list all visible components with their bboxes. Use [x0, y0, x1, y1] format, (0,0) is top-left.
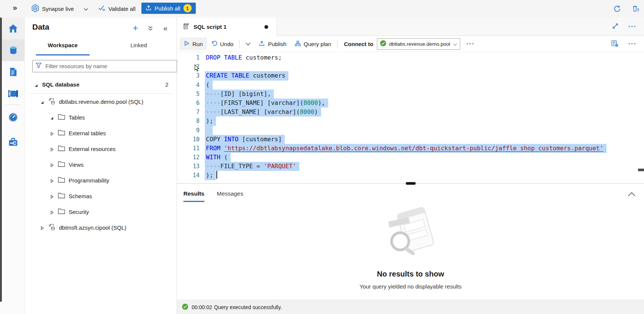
refresh-icon[interactable] — [612, 4, 622, 13]
tab-linked[interactable]: Linked — [101, 38, 177, 55]
code-line-6[interactable]: 6····[FIRST_NAME] [varchar](8000), — [177, 99, 644, 108]
manage-nav-icon[interactable] — [2, 130, 24, 154]
unsaved-changes-dot — [264, 25, 268, 29]
code-line-content: ····[LAST_NAME] [varchar](8000) — [205, 108, 321, 117]
folder-icon — [58, 113, 69, 122]
discard-all-icon[interactable] — [631, 4, 641, 13]
publish-button[interactable]: Publish — [255, 37, 290, 50]
code-line-content — [205, 126, 213, 135]
collapsed-twisty-icon[interactable] — [50, 147, 54, 151]
tree-node-label: Views — [69, 161, 84, 168]
run-options-dropdown[interactable] — [242, 37, 255, 50]
collapse-results-icon[interactable] — [627, 189, 636, 199]
properties-icon[interactable] — [611, 40, 618, 48]
resource-tree: SQL database 2 dbtlabs.revenue.demo.pool… — [25, 76, 177, 235]
code-line-12[interactable]: 12WITH ( — [177, 153, 644, 162]
filter-input[interactable] — [45, 63, 174, 70]
tab-workspace[interactable]: Workspace — [25, 38, 101, 55]
data-nav-icon[interactable] — [2, 39, 24, 61]
code-line-5[interactable]: 5····[ID] [bigint], — [177, 90, 644, 99]
folder-icon — [58, 160, 69, 169]
synapse-live-icon — [32, 4, 39, 13]
tree-node-tables[interactable]: Tables — [25, 109, 177, 125]
expand-editor-icon[interactable] — [612, 23, 618, 31]
expand-menu-icon[interactable]: » — [13, 3, 17, 12]
collapsed-twisty-icon[interactable] — [50, 194, 54, 198]
toolbar-more-actions-icon[interactable]: ··· — [466, 42, 474, 46]
tree-node-views[interactable]: Views — [25, 157, 177, 172]
top-command-bar: » Synapse live Validate all Publish all … — [0, 0, 644, 18]
publish-label: Publish — [268, 41, 286, 47]
query-plan-label: Query plan — [304, 41, 331, 47]
code-line-7[interactable]: 7····[LAST_NAME] [varchar](8000) — [177, 108, 644, 117]
pane-splitter-handle[interactable] — [406, 182, 416, 185]
tab-messages[interactable]: Messages — [217, 184, 243, 204]
expanded-twisty-icon[interactable] — [40, 99, 44, 104]
tree-node-dbtlabs-revenue-demo-pool-sql[interactable]: dbtlabs.revenue.demo.pool (SQL) — [25, 94, 177, 109]
code-line-13[interactable]: 13····FILE_TYPE = 'PARQUET' — [177, 162, 644, 171]
validate-icon — [98, 5, 105, 12]
code-line-1[interactable]: 1DROP TABLE customers; — [177, 53, 644, 62]
code-line-8[interactable]: 8); — [177, 117, 644, 126]
tree-node-label: Programmability — [69, 177, 109, 184]
code-line-14[interactable]: 14); — [177, 171, 644, 180]
status-elapsed-time: 00:00:02 — [192, 304, 212, 310]
code-editor[interactable]: 1DROP TABLE customers;23CREATE TABLE cus… — [177, 52, 644, 183]
collapsed-twisty-icon[interactable] — [50, 131, 54, 135]
folder-icon — [58, 192, 69, 200]
tree-node-security[interactable]: Security — [25, 204, 177, 220]
tree-node-label: dbtmsft.azsyn.cipool (SQL) — [59, 224, 126, 231]
undo-button[interactable]: Undo — [207, 37, 238, 50]
tab-more-actions-icon[interactable]: ··· — [628, 25, 636, 28]
tab-results[interactable]: Results — [183, 184, 204, 204]
code-line-10[interactable]: 10COPY INTO [customers] — [177, 135, 644, 144]
editor-more-actions-icon[interactable]: ··· — [628, 42, 636, 46]
collapsed-twisty-icon[interactable] — [50, 162, 54, 167]
tree-node-dbtmsft-azsyn-cipool-sql[interactable]: dbtmsft.azsyn.cipool (SQL) — [25, 220, 177, 235]
results-content: No results to show Your query yielded no… — [177, 204, 644, 299]
tab-sql-script-1[interactable]: SQL script 1 — [177, 18, 277, 36]
code-line-11[interactable]: 11FROM 'https://dbtlabsynapsedatalake.bl… — [177, 144, 644, 153]
query-plan-button[interactable]: Query plan — [291, 37, 335, 50]
develop-nav-icon[interactable] — [2, 61, 24, 83]
line-number: 12 — [177, 153, 205, 162]
data-panel: Data + « Workspace Linked — [25, 18, 177, 314]
collapse-all-icon[interactable] — [146, 24, 155, 33]
collapsed-twisty-icon[interactable] — [50, 209, 54, 214]
run-button[interactable]: Run — [180, 37, 207, 50]
code-line-4[interactable]: 4( — [177, 81, 644, 90]
tree-section-sql-database[interactable]: SQL database 2 — [25, 76, 177, 93]
synapse-studio-window: » Synapse live Validate all Publish all … — [0, 0, 644, 314]
tree-node-label: Tables — [69, 114, 85, 121]
tree-node-external-resources[interactable]: External resources — [25, 141, 177, 157]
collapsed-twisty-icon[interactable] — [50, 178, 54, 182]
collapse-panel-icon[interactable]: « — [161, 24, 170, 33]
collapsed-twisty-icon[interactable] — [40, 225, 44, 230]
expanded-twisty-icon[interactable] — [50, 115, 54, 120]
code-line-3[interactable]: 3CREATE TABLE customers — [177, 71, 644, 80]
undo-icon — [211, 40, 217, 48]
home-nav-icon[interactable] — [2, 18, 24, 39]
tree-node-external-tables[interactable]: External tables — [25, 125, 177, 141]
line-number: 13 — [177, 162, 205, 171]
chevron-down-icon — [453, 41, 457, 47]
publish-all-button[interactable]: Publish all 1 — [141, 3, 196, 14]
tree-node-programmability[interactable]: Programmability — [25, 172, 177, 188]
line-number: 2 — [177, 62, 205, 71]
code-line-content — [205, 62, 206, 71]
monitor-nav-icon[interactable] — [2, 105, 24, 130]
tree-node-schemas[interactable]: Schemas — [25, 188, 177, 204]
mode-selector[interactable]: Synapse live — [32, 3, 88, 14]
pool-selector-dropdown[interactable]: dbtlabs.revenue.demo.pool — [377, 38, 460, 50]
integrate-nav-icon[interactable] — [2, 83, 24, 105]
scrollbar-cursor-marker[interactable] — [638, 169, 644, 171]
expanded-twisty-icon[interactable] — [34, 82, 38, 87]
validate-all-button[interactable]: Validate all — [98, 3, 135, 14]
folder-icon — [58, 208, 69, 216]
add-resource-icon[interactable]: + — [131, 24, 140, 33]
code-line-2[interactable]: 2 — [177, 62, 644, 71]
folder-icon — [58, 145, 69, 153]
code-line-9[interactable]: 9 — [177, 126, 644, 135]
line-number: 11 — [177, 144, 205, 153]
chevron-down-icon — [84, 6, 88, 12]
